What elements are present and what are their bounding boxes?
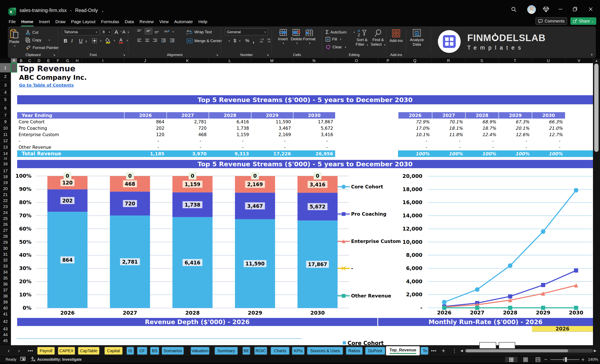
sheet-tab-be[interactable]: BE	[243, 347, 250, 355]
sheet-tab-scenarios[interactable]: Scenarios	[162, 347, 184, 355]
align-center-button[interactable]	[145, 38, 150, 43]
decrease-indent-button[interactable]	[161, 38, 166, 43]
row-header-41[interactable]: 41	[0, 311, 11, 317]
menu-page-layout[interactable]: Page Layout	[71, 19, 95, 25]
accessibility-icon[interactable]	[30, 356, 36, 362]
row-header-26[interactable]: 26	[0, 222, 11, 228]
sheet-tab-capex[interactable]: CAPEX	[58, 347, 75, 355]
row-header-24[interactable]: 24	[0, 210, 11, 216]
vertical-scrollbar[interactable]: ▲ ▼	[593, 58, 600, 350]
menu-insert[interactable]: Insert	[39, 19, 50, 25]
new-sheet-button[interactable]: +	[442, 345, 445, 356]
sheet-options-kebab-icon[interactable]: ⋮	[452, 345, 457, 356]
hscroll-right-icon[interactable]: ▶	[594, 345, 597, 356]
font-color-button[interactable]: A ∨	[118, 38, 128, 43]
clear-button[interactable]: Clear ∨	[325, 45, 346, 50]
column-header-D[interactable]: D	[34, 58, 44, 63]
row-header-27[interactable]: 27	[0, 228, 11, 233]
row-header-21[interactable]: 21	[0, 192, 11, 198]
column-header-T[interactable]: T	[498, 58, 532, 63]
column-header-B[interactable]: B	[17, 58, 25, 63]
zoom-out-button[interactable]: −	[544, 356, 547, 363]
column-header-Q[interactable]: Q	[398, 58, 432, 63]
page-layout-view-button[interactable]	[519, 357, 532, 362]
sheet-tab-to[interactable]: To	[421, 347, 428, 355]
sheet-tab-bs[interactable]: BS	[150, 347, 159, 355]
format-cells-button[interactable]: Format ∨	[303, 29, 316, 45]
row-header-30[interactable]: 30	[0, 246, 11, 251]
row-header-14[interactable]: 14	[0, 150, 11, 157]
comma-style-button[interactable]: ,	[253, 38, 254, 44]
scroll-up-icon[interactable]: ▲	[595, 59, 598, 63]
menu-file[interactable]: File	[9, 19, 16, 25]
row-header-6[interactable]: 6	[0, 104, 11, 112]
row-header-12[interactable]: 12	[0, 138, 11, 144]
row-header-1[interactable]: 1	[0, 63, 11, 73]
align-left-button[interactable]	[137, 38, 142, 43]
column-header-O[interactable]: O	[335, 58, 378, 63]
row-header-13[interactable]: 13	[0, 144, 11, 150]
row-header-40[interactable]: 40	[0, 305, 11, 311]
sheet-tab-charts[interactable]: Charts	[271, 347, 290, 355]
row-header-15[interactable]: 15	[0, 157, 11, 160]
row-header-45[interactable]: 45	[0, 338, 11, 344]
row-header-2[interactable]: 2	[0, 73, 11, 81]
row-header-23[interactable]: 23	[0, 204, 11, 210]
horizontal-scroll-thumb[interactable]	[466, 349, 568, 352]
grow-font-button[interactable]: A⌃	[114, 29, 122, 35]
row-header-3[interactable]: 3	[0, 81, 11, 90]
more-sheets-left-icon[interactable]: •••	[28, 345, 33, 356]
zoom-level[interactable]: 140%	[588, 357, 598, 362]
collapse-ribbon-icon[interactable]: ∨	[591, 53, 593, 56]
column-header-V[interactable]: V	[565, 58, 593, 63]
menu-draw[interactable]: Draw	[56, 19, 66, 25]
italic-button[interactable]: I	[71, 38, 73, 44]
menu-help[interactable]: Help	[198, 19, 207, 25]
column-header-S[interactable]: S	[465, 58, 498, 63]
hscroll-left-icon[interactable]: ◀	[460, 345, 463, 356]
normal-view-button[interactable]	[505, 357, 517, 362]
document-title[interactable]: sales-training-firm.xlsx - Read-Only ⌄	[19, 8, 104, 13]
zoom-slider-thumb[interactable]	[565, 357, 567, 362]
row-header-18[interactable]: 18	[0, 174, 11, 180]
column-header-U[interactable]: U	[532, 58, 565, 63]
alignment-dialog-launcher-icon[interactable]: ↘	[216, 53, 218, 57]
row-header-29[interactable]: 29	[0, 239, 11, 246]
column-header-G[interactable]: G	[63, 58, 73, 63]
row-header-28[interactable]: 28	[0, 233, 11, 239]
column-header-K[interactable]: K	[167, 58, 209, 63]
find-select-button[interactable]: Find & Select ∨	[370, 29, 386, 47]
column-header-R[interactable]: R	[432, 58, 465, 63]
zoom-in-button[interactable]: +	[581, 356, 584, 363]
row-header-35[interactable]: 35	[0, 275, 11, 281]
underline-button[interactable]: U∨	[79, 38, 87, 44]
comments-button[interactable]: Comments	[535, 17, 567, 25]
percent-style-button[interactable]: %	[245, 38, 249, 43]
column-header-E[interactable]: E	[44, 58, 53, 63]
sheet-tab-is[interactable]: IS	[127, 347, 134, 355]
font-name-select[interactable]: Tahoma∨	[62, 28, 99, 35]
row-header-10[interactable]: 10	[0, 125, 11, 131]
sheet-tab-roic[interactable]: ROIC	[254, 347, 267, 355]
sheet-tab-capital[interactable]: Capital	[104, 347, 122, 355]
wrap-text-button[interactable]: abc Wrap Text	[187, 29, 212, 35]
row-header-33[interactable]: 33	[0, 263, 11, 269]
row-header-11[interactable]: 11	[0, 131, 11, 138]
column-header-M[interactable]: M	[251, 58, 293, 63]
cut-button[interactable]: Cut	[25, 30, 38, 35]
menu-home[interactable]: Home	[21, 19, 33, 25]
minimize-button[interactable]	[558, 6, 563, 14]
avatar[interactable]	[527, 5, 536, 15]
upgrade-diamond-icon[interactable]	[543, 6, 549, 13]
column-header-I[interactable]: I	[82, 58, 124, 63]
paste-button[interactable]: Paste ∨	[8, 29, 20, 47]
row-header-34[interactable]: 34	[0, 269, 11, 275]
sheet-tab-kpis[interactable]: KPIs	[292, 347, 305, 355]
prev-sheet-button[interactable]: ‹	[8, 345, 9, 356]
row-header-44[interactable]: 44	[0, 332, 11, 338]
row-header-43[interactable]: 43	[0, 326, 11, 332]
format-painter-button[interactable]: Format Painter	[25, 45, 59, 50]
bold-button[interactable]: B	[64, 38, 67, 44]
row-header-9[interactable]: 9	[0, 118, 11, 125]
column-header-J[interactable]: J	[124, 58, 167, 63]
